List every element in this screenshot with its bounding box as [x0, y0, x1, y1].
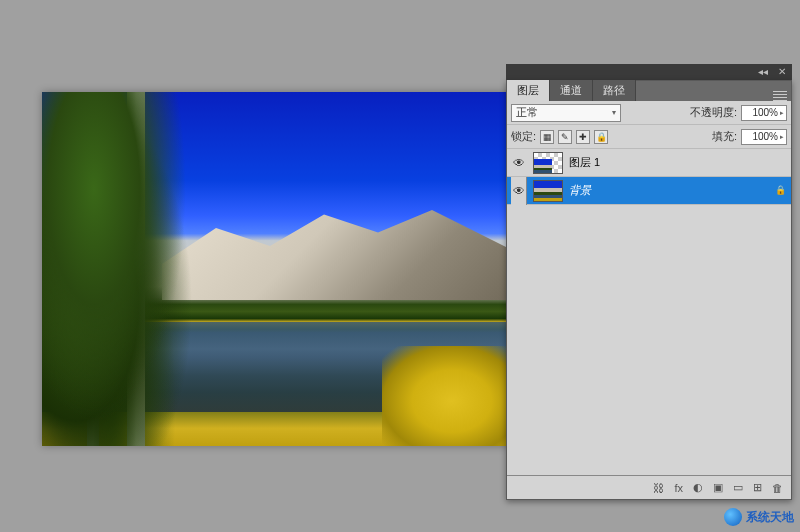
chevron-right-icon: ▸ [780, 109, 784, 117]
layers-list: 👁 图层 1 👁 背景 🔒 [507, 149, 791, 475]
trash-icon[interactable]: 🗑 [772, 482, 783, 494]
link-layers-icon[interactable]: ⛓ [653, 482, 664, 494]
document-canvas[interactable] [42, 92, 512, 446]
opacity-input[interactable]: 100%▸ [741, 105, 787, 121]
tab-layers[interactable]: 图层 [507, 80, 550, 101]
layer-thumbnail[interactable] [533, 180, 563, 202]
bush-shape [382, 346, 512, 446]
group-icon[interactable]: ▭ [733, 481, 743, 494]
tab-paths[interactable]: 路径 [593, 80, 636, 101]
lock-row: 锁定: ▦ ✎ ✚ 🔒 填充: 100%▸ [507, 125, 791, 149]
close-icon[interactable]: ✕ [778, 67, 786, 77]
mask-icon[interactable]: ◐ [693, 481, 703, 494]
panel-tabs: 图层 通道 路径 [507, 81, 791, 101]
adjustment-icon[interactable]: ▣ [713, 481, 723, 494]
layer-name[interactable]: 背景 [569, 183, 769, 198]
watermark-icon [724, 508, 742, 526]
chevron-right-icon: ▸ [780, 133, 784, 141]
foliage-shape [42, 92, 202, 446]
lock-label: 锁定: [511, 129, 536, 144]
visibility-icon[interactable]: 👁 [511, 177, 527, 205]
fx-icon[interactable]: fx [674, 482, 683, 494]
panel-footer: ⛓ fx ◐ ▣ ▭ ⊞ 🗑 [507, 475, 791, 499]
lock-brush-icon[interactable]: ✎ [558, 130, 572, 144]
lock-transparency-icon[interactable]: ▦ [540, 130, 554, 144]
visibility-icon[interactable]: 👁 [511, 156, 527, 170]
fill-label: 填充: [712, 129, 737, 144]
blend-mode-value: 正常 [516, 105, 538, 120]
watermark: 系统天地 [724, 508, 794, 526]
blend-mode-select[interactable]: 正常 ▾ [511, 104, 621, 122]
layer-row[interactable]: 👁 背景 🔒 [507, 177, 791, 205]
layer-thumbnail[interactable] [533, 152, 563, 174]
panel-titlebar: ◂◂ ✕ [506, 64, 792, 80]
collapse-icon[interactable]: ◂◂ [758, 67, 768, 77]
watermark-text: 系统天地 [746, 509, 794, 526]
chevron-down-icon: ▾ [612, 108, 616, 117]
lock-all-icon[interactable]: 🔒 [594, 130, 608, 144]
blend-row: 正常 ▾ 不透明度: 100%▸ [507, 101, 791, 125]
layer-row[interactable]: 👁 图层 1 [507, 149, 791, 177]
fill-input[interactable]: 100%▸ [741, 129, 787, 145]
layer-name[interactable]: 图层 1 [569, 155, 787, 170]
image-content [42, 92, 512, 446]
lock-position-icon[interactable]: ✚ [576, 130, 590, 144]
lock-icon: 🔒 [775, 185, 787, 197]
new-layer-icon[interactable]: ⊞ [753, 481, 762, 494]
opacity-label: 不透明度: [690, 105, 737, 120]
mountain-shape [162, 210, 512, 300]
tab-channels[interactable]: 通道 [550, 80, 593, 101]
panel-menu-icon[interactable] [773, 91, 787, 101]
layers-panel: 图层 通道 路径 正常 ▾ 不透明度: 100%▸ 锁定: ▦ ✎ ✚ 🔒 填充… [506, 80, 792, 500]
